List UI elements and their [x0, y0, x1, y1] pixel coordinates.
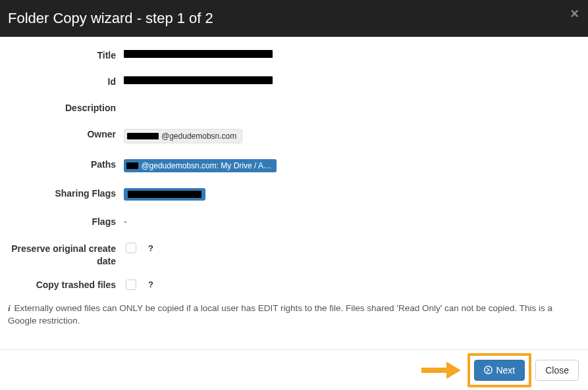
modal-title: Folder Copy wizard - step 1 of 2 — [8, 10, 213, 27]
next-button-label: Next — [496, 365, 515, 376]
field-value-flags: - — [124, 216, 581, 227]
redacted-text — [124, 50, 273, 58]
help-icon[interactable]: ? — [146, 243, 156, 253]
close-button-label: Close — [545, 365, 569, 376]
owner-badge[interactable]: @gedudemobsn.com — [124, 129, 242, 143]
field-label-flags: Flags — [7, 216, 124, 227]
field-label-owner: Owner — [7, 129, 124, 139]
modal-body: Title Id Description Owner @gedudemobsn.… — [0, 37, 588, 333]
field-label-preserve-date: Preserve original create date — [7, 243, 124, 268]
field-value-preserve-date: ? — [124, 243, 581, 253]
close-icon[interactable]: × — [570, 7, 579, 21]
svg-point-2 — [485, 366, 492, 374]
field-row-preserve-date: Preserve original create date ? — [7, 243, 581, 268]
close-button[interactable]: Close — [535, 360, 579, 381]
field-label-title: Title — [7, 50, 124, 61]
preserve-date-checkbox[interactable] — [126, 243, 136, 253]
info-text-content: Externally owned files can ONLY be copie… — [8, 303, 552, 326]
redacted-text — [127, 133, 159, 139]
field-value-paths: @gedudemobsn.com: My Drive / A… — [124, 159, 581, 172]
field-row-title: Title — [7, 50, 581, 61]
field-row-sharing-flags: Sharing Flags — [7, 188, 581, 201]
flags-value: - — [124, 216, 127, 227]
info-message: i Externally owned files can ONLY be cop… — [7, 302, 581, 328]
field-row-paths: Paths @gedudemobsn.com: My Drive / A… — [7, 159, 581, 172]
field-value-id — [124, 76, 581, 84]
field-row-copy-trashed: Copy trashed files ? — [7, 280, 581, 290]
help-icon[interactable]: ? — [146, 280, 156, 290]
path-text: @gedudemobsn.com: My Drive / A… — [141, 161, 271, 170]
redacted-text — [124, 76, 273, 84]
next-button[interactable]: Next — [474, 360, 525, 381]
field-value-copy-trashed: ? — [124, 280, 581, 290]
field-label-sharing-flags: Sharing Flags — [7, 188, 124, 199]
field-value-sharing-flags — [124, 188, 581, 201]
modal-footer: Next Close — [0, 349, 588, 390]
path-badge[interactable]: @gedudemobsn.com: My Drive / A… — [124, 159, 277, 172]
field-row-owner: Owner @gedudemobsn.com — [7, 129, 581, 143]
arrow-icon — [421, 362, 461, 379]
field-row-description: Description — [7, 103, 581, 113]
svg-marker-1 — [446, 362, 461, 379]
field-value-title — [124, 50, 581, 58]
redacted-text — [128, 191, 201, 198]
svg-rect-0 — [421, 368, 446, 373]
redacted-text — [126, 162, 138, 169]
highlight-annotation: Next — [468, 353, 531, 387]
modal-header: Folder Copy wizard - step 1 of 2 × — [0, 0, 588, 37]
info-icon: i — [8, 303, 11, 313]
field-label-description: Description — [7, 103, 124, 113]
field-label-copy-trashed: Copy trashed files — [7, 280, 124, 290]
field-label-id: Id — [7, 76, 124, 87]
field-label-paths: Paths — [7, 159, 124, 170]
field-row-id: Id — [7, 76, 581, 87]
arrow-right-circle-icon — [484, 366, 493, 374]
owner-domain: @gedudemobsn.com — [161, 132, 236, 141]
copy-trashed-checkbox[interactable] — [126, 280, 136, 290]
field-row-flags: Flags - — [7, 216, 581, 227]
sharing-flag-badge[interactable] — [124, 188, 205, 201]
field-value-owner: @gedudemobsn.com — [124, 129, 581, 143]
